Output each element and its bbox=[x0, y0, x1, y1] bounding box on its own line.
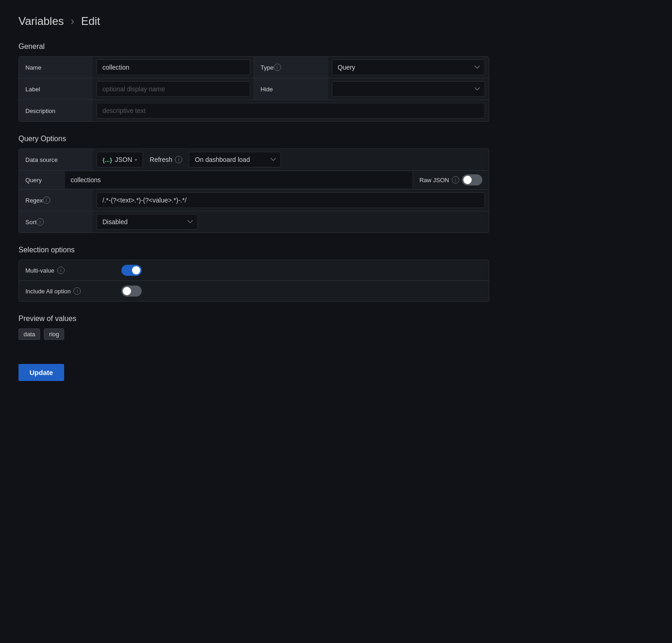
multi-value-knob bbox=[132, 266, 140, 274]
multi-value-row: Multi-value i bbox=[19, 260, 489, 281]
include-all-row: Include All option i bbox=[19, 281, 489, 301]
title-suffix: Edit bbox=[81, 15, 100, 27]
query-input[interactable] bbox=[65, 172, 413, 188]
general-section: General Name Type i Query bbox=[18, 42, 489, 122]
page-title: Variables › Edit bbox=[18, 15, 489, 28]
name-type-row: Name Type i Query Custom Constant bbox=[19, 57, 489, 78]
sort-select[interactable]: Disabled Alphabetical (asc) Alphabetical… bbox=[96, 214, 198, 230]
description-row: Description bbox=[19, 100, 489, 121]
query-options-grid: Data source {...} JSON ▾ Refresh i On da… bbox=[18, 149, 489, 233]
refresh-select[interactable]: On dashboard load On time range change 5… bbox=[189, 152, 281, 167]
sort-info-icon[interactable]: i bbox=[36, 218, 44, 226]
label-input-cell bbox=[93, 78, 254, 100]
hide-input-cell: Label Variable bbox=[328, 78, 489, 100]
raw-json-info-icon[interactable]: i bbox=[452, 176, 459, 184]
query-label: Query bbox=[19, 171, 65, 189]
datasource-type-label: JSON bbox=[115, 156, 132, 163]
sort-input-cell: Disabled Alphabetical (asc) Alphabetical… bbox=[93, 211, 489, 232]
title-separator: › bbox=[71, 15, 74, 27]
label-label: Label bbox=[19, 78, 93, 100]
label-hide-row: Label Hide Label Variable bbox=[19, 78, 489, 100]
query-options-title: Query Options bbox=[18, 135, 489, 143]
raw-json-knob bbox=[463, 176, 472, 184]
query-options-section: Query Options Data source {...} JSON ▾ R… bbox=[18, 135, 489, 233]
regex-input-cell bbox=[93, 190, 489, 211]
name-label: Name bbox=[19, 57, 93, 78]
preview-section: Preview of values data rlog bbox=[18, 315, 489, 340]
datasource-select-button[interactable]: {...} JSON ▾ bbox=[96, 152, 143, 167]
general-form-grid: Name Type i Query Custom Constant bbox=[18, 56, 489, 122]
update-button[interactable]: Update bbox=[18, 364, 64, 381]
query-row: Query Raw JSON i bbox=[19, 171, 489, 190]
raw-json-cell: Raw JSON i bbox=[413, 171, 489, 189]
selection-options-section: Selection options Multi-value i Include bbox=[18, 246, 489, 302]
include-all-toggle[interactable] bbox=[121, 286, 142, 297]
type-select[interactable]: Query Custom Constant DataSource Interva… bbox=[332, 60, 486, 75]
label-col: Label bbox=[19, 78, 254, 100]
datasource-label: Data source bbox=[19, 149, 93, 170]
hide-label: Hide bbox=[254, 78, 328, 100]
include-all-knob bbox=[123, 287, 131, 295]
hide-select[interactable]: Label Variable bbox=[332, 81, 486, 97]
refresh-label: Refresh i bbox=[147, 156, 185, 163]
label-input[interactable] bbox=[96, 81, 250, 97]
type-label: Type i bbox=[254, 57, 328, 78]
datasource-chevron-icon: ▾ bbox=[135, 157, 137, 162]
name-input-cell bbox=[93, 57, 254, 78]
description-label: Description bbox=[19, 100, 93, 121]
regex-info-icon[interactable]: i bbox=[43, 196, 50, 204]
raw-json-toggle[interactable] bbox=[462, 174, 482, 185]
multi-value-label: Multi-value i bbox=[25, 267, 118, 274]
datasource-row: Data source {...} JSON ▾ Refresh i On da… bbox=[19, 149, 489, 171]
type-input-cell: Query Custom Constant DataSource Interva… bbox=[328, 57, 489, 78]
preview-title: Preview of values bbox=[18, 315, 489, 323]
refresh-info-icon[interactable]: i bbox=[175, 156, 182, 163]
general-section-title: General bbox=[18, 42, 489, 51]
regex-row: Regex i bbox=[19, 190, 489, 211]
title-prefix: Variables bbox=[18, 15, 64, 27]
preview-tags: data rlog bbox=[18, 328, 489, 340]
raw-json-slider bbox=[462, 174, 482, 185]
raw-json-label: Raw JSON bbox=[420, 177, 449, 184]
datasource-controls: {...} JSON ▾ Refresh i On dashboard load… bbox=[93, 149, 489, 170]
name-col: Name bbox=[19, 57, 254, 78]
hide-col: Hide Label Variable bbox=[254, 78, 489, 100]
include-all-slider bbox=[121, 286, 142, 297]
regex-label: Regex i bbox=[19, 190, 93, 211]
regex-input[interactable] bbox=[96, 192, 485, 208]
multi-value-slider bbox=[121, 265, 142, 276]
preview-tag-data: data bbox=[18, 328, 40, 340]
include-all-info-icon[interactable]: i bbox=[73, 287, 81, 295]
preview-tag-rlog: rlog bbox=[44, 328, 64, 340]
type-info-icon[interactable]: i bbox=[274, 64, 281, 71]
description-input-cell bbox=[93, 100, 489, 121]
multi-value-toggle[interactable] bbox=[121, 265, 142, 276]
type-col: Type i Query Custom Constant DataSource … bbox=[254, 57, 489, 78]
sort-row: Sort i Disabled Alphabetical (asc) Alpha… bbox=[19, 211, 489, 232]
sort-label: Sort i bbox=[19, 211, 93, 232]
json-icon: {...} bbox=[102, 156, 112, 163]
description-input[interactable] bbox=[96, 103, 485, 119]
include-all-label: Include All option i bbox=[25, 287, 118, 295]
name-input[interactable] bbox=[96, 60, 250, 75]
selection-grid: Multi-value i Include All option i bbox=[18, 260, 489, 302]
multi-value-info-icon[interactable]: i bbox=[57, 267, 65, 274]
selection-options-title: Selection options bbox=[18, 246, 489, 254]
